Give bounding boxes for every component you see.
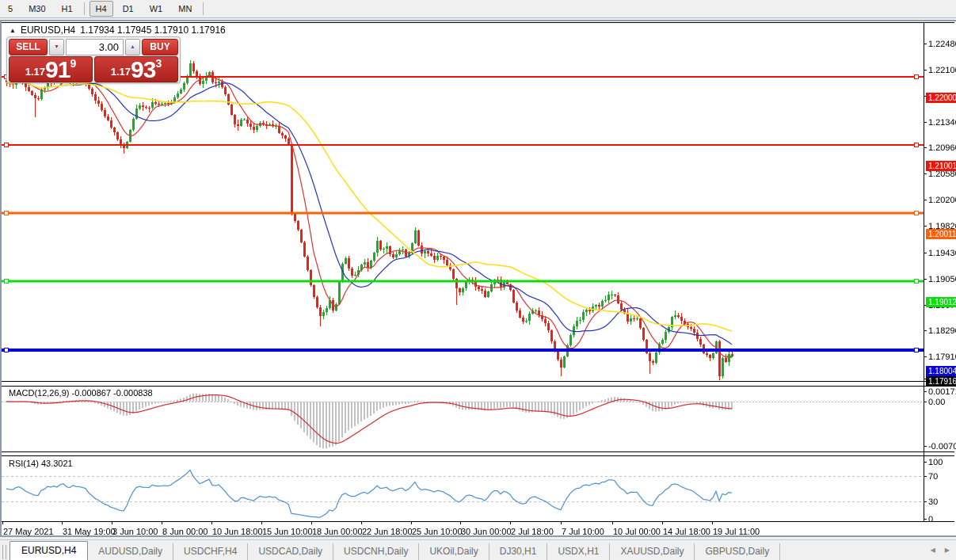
volume-decrease-button[interactable]: ▼ xyxy=(49,39,64,55)
timeframe-button-mn[interactable]: MN xyxy=(172,1,198,17)
time-label: 27 May 2021 xyxy=(3,527,54,536)
chart-ohlc-quotes: 1.17934 1.17945 1.17910 1.17916 xyxy=(80,25,226,36)
time-axis: 27 May 202131 May 19:003 Jun 10:008 Jun … xyxy=(2,525,924,538)
tab-scroll-arrows: ◀ ▶ xyxy=(931,547,950,554)
sell-price-pips: 91 xyxy=(45,58,70,81)
tab-scroll-right-icon[interactable]: ▶ xyxy=(945,547,950,554)
price-tag-1.17916[interactable]: 1.17916 xyxy=(926,376,956,387)
price-tag-1.20011[interactable]: 1.20011 xyxy=(926,229,956,239)
chart-tab-usdx-h1[interactable]: USDX,H1 xyxy=(547,543,610,560)
sell-price-prefix: 1.17 xyxy=(25,63,45,81)
volume-input[interactable] xyxy=(66,39,124,55)
time-label: 10 Jul 00:00 xyxy=(613,527,661,536)
buy-price-display[interactable]: 1.17 93 3 xyxy=(94,56,178,82)
chart-symbol-period: EURUSD,H4 xyxy=(21,25,75,36)
sell-price-display[interactable]: 1.17 91 9 xyxy=(9,56,93,82)
buy-price-point: 3 xyxy=(155,58,162,69)
chart-canvas[interactable] xyxy=(0,20,956,539)
price-tag-1.18004[interactable]: 1.18004 xyxy=(926,366,956,376)
chart-window: ▲ EURUSD,H4 1.17934 1.17945 1.17910 1.17… xyxy=(0,20,956,537)
time-label: 2 Jul 18:00 xyxy=(511,527,554,536)
chart-tab-gbpusd-daily[interactable]: GBPUSD,Daily xyxy=(695,543,780,560)
timeframe-toolbar: 5M30H1H4D1W1MN xyxy=(0,0,956,18)
toolbar-separator xyxy=(203,2,204,15)
price-tag-1.22000[interactable]: 1.22000 xyxy=(926,93,956,103)
sell-price-point: 9 xyxy=(70,58,76,69)
chart-tab-usdchf-h4[interactable]: USDCHF,H4 xyxy=(173,543,248,560)
timeframe-button-5[interactable]: 5 xyxy=(2,1,19,17)
timeframe-button-w1[interactable]: W1 xyxy=(143,1,169,17)
time-label: 25 Jun 10:00 xyxy=(412,527,463,536)
collapse-panel-icon[interactable]: ▲ xyxy=(10,27,16,34)
toolbar-separator xyxy=(84,2,85,15)
time-label: 30 Jun 00:00 xyxy=(461,527,512,536)
time-label: 14 Jul 18:00 xyxy=(663,527,710,536)
triangle-down-icon: ▼ xyxy=(54,44,59,49)
timeframe-button-h1[interactable]: H1 xyxy=(55,1,79,17)
chart-tab-audusd-daily[interactable]: AUDUSD,Daily xyxy=(88,543,173,560)
tab-scroll-left-icon[interactable]: ◀ xyxy=(931,547,935,554)
time-label: 8 Jun 00:00 xyxy=(162,527,208,536)
chart-tab-ukoil-daily[interactable]: UKOil,Daily xyxy=(419,543,489,560)
rsi-indicator-label: RSI(14) 43.3021 xyxy=(9,459,73,468)
time-label: 15 Jun 10:00 xyxy=(262,527,313,536)
time-label: 10 Jun 18:00 xyxy=(212,527,263,536)
chart-tab-eurusd-h4[interactable]: EURUSD,H4 xyxy=(10,541,88,560)
triangle-up-icon: ▲ xyxy=(130,44,135,49)
chart-tab-dj30-h1[interactable]: DJ30,H1 xyxy=(489,543,548,560)
chart-tab-bar: EURUSD,H4AUDUSD,DailyUSDCHF,H4USDCAD,Dai… xyxy=(0,539,956,560)
chart-tab-usdcad-daily[interactable]: USDCAD,Daily xyxy=(248,543,333,560)
mt4-terminal: { "toolbar": { "timeframes": [ {"label":… xyxy=(0,0,956,560)
volume-increase-button[interactable]: ▲ xyxy=(125,39,140,55)
time-label: 3 Jun 10:00 xyxy=(112,527,158,536)
timeframe-button-m30[interactable]: M30 xyxy=(22,1,51,17)
buy-button[interactable]: BUY xyxy=(142,39,178,55)
chart-tab-usdcnh-daily[interactable]: USDCNH,Daily xyxy=(333,543,419,560)
sell-button[interactable]: SELL xyxy=(9,39,48,55)
chart-tab-xauusd-daily[interactable]: XAUUSD,Daily xyxy=(610,543,695,560)
time-label: 22 Jun 18:00 xyxy=(362,527,413,536)
price-tag-1.21001[interactable]: 1.21001 xyxy=(926,161,956,171)
time-label: 19 Jul 11:00 xyxy=(713,527,760,536)
price-tag-1.19012[interactable]: 1.19012 xyxy=(926,297,956,307)
time-label: 31 May 19:00 xyxy=(63,527,116,536)
timeframe-button-d1[interactable]: D1 xyxy=(116,1,140,17)
chart-header: ▲ EURUSD,H4 1.17934 1.17945 1.17910 1.17… xyxy=(10,25,226,36)
one-click-trading-panel: SELL ▼ ▲ BUY 1.17 91 9 1.17 93 3 xyxy=(6,36,181,83)
timeframe-button-h4[interactable]: H4 xyxy=(90,1,113,17)
tab-bar-grip-icon xyxy=(2,545,6,559)
buy-price-pips: 93 xyxy=(131,58,155,81)
time-label: 18 Jun 00:00 xyxy=(312,527,363,536)
buy-price-prefix: 1.17 xyxy=(111,63,131,81)
macd-indicator-label: MACD(12,26,9) -0.000867 -0.000838 xyxy=(9,388,153,398)
time-label: 7 Jul 10:00 xyxy=(562,527,604,536)
